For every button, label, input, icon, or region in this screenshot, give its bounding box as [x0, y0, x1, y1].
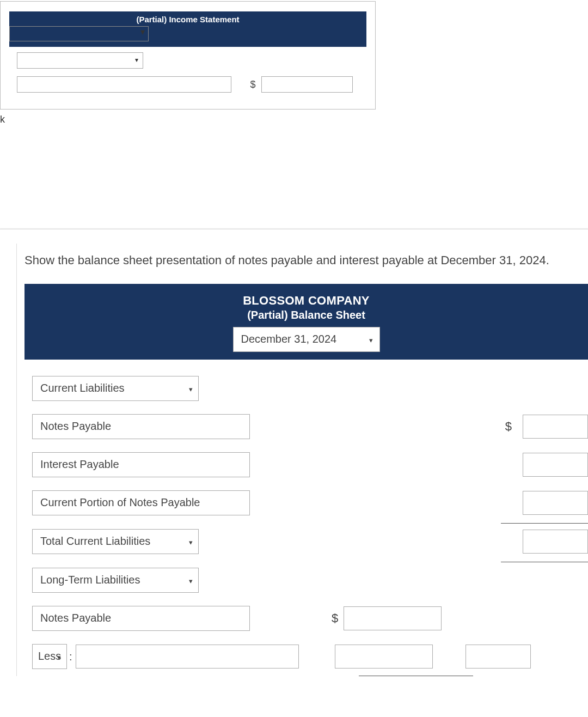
chevron-down-icon: ▾ [140, 27, 148, 37]
item-label: Notes Payable [40, 612, 111, 624]
income-statement-title: (Partial) Income Statement [9, 15, 366, 24]
chevron-down-icon: ▾ [135, 56, 138, 64]
section-select-value: Long-Term Liabilities [40, 574, 140, 586]
income-row-value-input[interactable] [261, 76, 353, 93]
section-select-value: Total Current Liabilities [40, 535, 150, 547]
currency-symbol: $ [332, 611, 338, 625]
item-input-current-portion-notes-payable[interactable]: Current Portion of Notes Payable [32, 490, 250, 515]
chevron-down-icon: ▾ [189, 577, 193, 585]
income-row-category-select[interactable]: ▾ [17, 52, 143, 69]
less-value-input-1[interactable] [335, 645, 433, 669]
less-value-input-2[interactable] [465, 645, 531, 669]
item-label: Notes Payable [40, 420, 111, 432]
item-input-lt-notes-payable[interactable]: Notes Payable [32, 606, 250, 631]
chevron-down-icon: ▾ [189, 538, 193, 546]
balance-sheet-section: Show the balance sheet presentation of n… [16, 244, 588, 676]
income-statement-panel: (Partial) Income Statement ▾ ▾ $ [0, 1, 376, 110]
balance-sheet-body: Current Liabilities ▾ Notes Payable $ In… [24, 360, 588, 676]
balance-sheet-date-select[interactable]: December 31, 2024 ▾ [233, 327, 380, 352]
colon-label: : [69, 651, 72, 663]
company-name: BLOSSOM COMPANY [24, 294, 588, 308]
item-input-interest-payable[interactable]: Interest Payable [32, 452, 250, 477]
subtotal-rule [359, 676, 473, 676]
currency-symbol: $ [250, 79, 255, 90]
chevron-down-icon: ▾ [369, 336, 373, 344]
item-value-input[interactable] [523, 491, 588, 515]
subtotal-rule [501, 523, 588, 524]
item-label: Interest Payable [40, 458, 119, 470]
balance-sheet-header: BLOSSOM COMPANY (Partial) Balance Sheet … [24, 284, 588, 360]
item-value-input[interactable] [523, 415, 588, 439]
instruction-text: Show the balance sheet presentation of n… [24, 253, 588, 268]
balance-sheet-subtitle: (Partial) Balance Sheet [24, 309, 588, 321]
chevron-down-icon: ▾ [189, 385, 193, 393]
item-input-notes-payable[interactable]: Notes Payable [32, 414, 250, 439]
item-value-input[interactable] [523, 453, 588, 477]
total-value-input[interactable] [523, 530, 588, 554]
less-description-input[interactable] [76, 645, 299, 669]
section-divider [0, 229, 588, 229]
side-label: k [0, 114, 588, 125]
section-select-value: Current Liabilities [40, 382, 125, 394]
less-select[interactable]: Less ▾ [32, 644, 67, 669]
section-select-current-liabilities[interactable]: Current Liabilities ▾ [32, 376, 199, 401]
income-row-label-input[interactable] [17, 76, 231, 93]
section-select-long-term-liabilities[interactable]: Long-Term Liabilities ▾ [32, 568, 199, 593]
subtotal-rule [501, 562, 588, 562]
item-value-input[interactable] [344, 606, 442, 630]
item-label: Current Portion of Notes Payable [40, 496, 200, 508]
currency-symbol: $ [505, 420, 512, 434]
income-statement-header: (Partial) Income Statement ▾ [9, 11, 366, 47]
section-select-total-current-liabilities[interactable]: Total Current Liabilities ▾ [32, 529, 199, 554]
chevron-down-icon: ▾ [57, 653, 61, 661]
income-period-select[interactable]: ▾ [9, 26, 149, 41]
balance-sheet-date-value: December 31, 2024 [241, 333, 337, 345]
